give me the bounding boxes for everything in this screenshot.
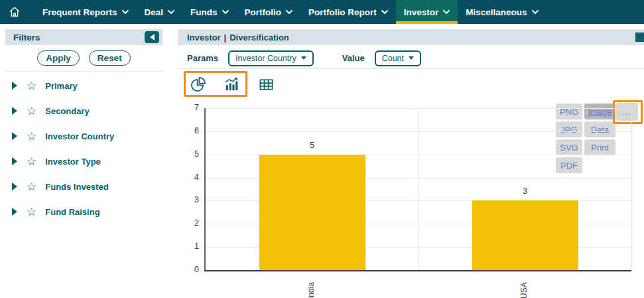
- view-toolbar: [178, 69, 644, 100]
- filters-header: Filters: [5, 29, 162, 45]
- y-axis-line: [204, 108, 206, 271]
- reset-button[interactable]: Reset: [89, 50, 131, 66]
- chevron-down-icon: [286, 10, 292, 14]
- filter-list: ☆Primary☆Secondary☆Investor Country☆Inve…: [5, 73, 162, 224]
- filter-item-label: Primary: [45, 81, 77, 91]
- params-dropdown[interactable]: Investor Country: [228, 50, 314, 66]
- caret-right-icon[interactable]: [12, 107, 17, 115]
- filter-item-label: Secondary: [45, 106, 89, 116]
- x-axis-category-label: USA: [519, 275, 531, 298]
- y-axis-tick-label: 1: [178, 242, 199, 251]
- nav-item-label: Investor: [404, 7, 439, 17]
- home-icon: [8, 5, 21, 19]
- nav-item-label: Funds: [190, 7, 218, 17]
- nav-item-deal[interactable]: Deal: [137, 0, 183, 24]
- vertical-gridline: [631, 108, 632, 270]
- export-print-button[interactable]: Print: [584, 139, 615, 155]
- chevron-down-icon: [532, 10, 539, 14]
- sidebar-item-investor-type[interactable]: ☆Investor Type: [5, 149, 162, 174]
- nav-item-miscellaneous[interactable]: Miscellaneous: [458, 0, 546, 24]
- sidebar-item-primary[interactable]: ☆Primary: [5, 73, 162, 98]
- sidebar-item-fund-raising[interactable]: ☆Fund Raising: [5, 199, 162, 224]
- nav-item-label: Frequent Reports: [42, 7, 117, 17]
- export-svg-button[interactable]: SVG: [556, 139, 582, 155]
- filters-title: Filters: [13, 33, 40, 42]
- vertical-gridline: [419, 108, 419, 270]
- nav-item-portfolio-report[interactable]: Portfolio Report: [300, 0, 396, 24]
- breadcrumb-corner-button[interactable]: [635, 33, 644, 42]
- chevron-down-icon: [381, 10, 388, 14]
- bar-value-label: 3: [499, 186, 552, 196]
- star-icon[interactable]: ☆: [27, 106, 36, 117]
- y-axis-tick-label: 2: [178, 218, 199, 228]
- export-menu: PNGImageJPGDataSVGPrintPDF: [556, 104, 615, 173]
- chevron-down-icon: [168, 10, 174, 14]
- collapse-panel-button[interactable]: [145, 31, 159, 43]
- star-icon[interactable]: ☆: [27, 131, 36, 142]
- y-axis-tick-label: 3: [178, 195, 199, 204]
- breadcrumb: Investor | Diversification: [178, 29, 644, 45]
- star-icon[interactable]: ☆: [27, 80, 36, 92]
- sidebar-item-investor-country[interactable]: ☆Investor Country: [5, 123, 162, 149]
- star-icon[interactable]: ☆: [27, 206, 36, 218]
- main-content: Investor | Diversification Params Invest…: [178, 29, 644, 298]
- export-data-button[interactable]: Data: [584, 121, 615, 137]
- bar-usa[interactable]: [472, 200, 578, 270]
- nav-item-label: Portfolio Report: [308, 7, 377, 17]
- table-view-button[interactable]: [257, 75, 275, 94]
- star-icon[interactable]: ☆: [27, 156, 36, 167]
- nav-item-frequent-reports[interactable]: Frequent Reports: [34, 0, 137, 24]
- chevron-down-icon: [443, 10, 450, 14]
- export-menu-trigger[interactable]: ...: [616, 103, 638, 121]
- value-dropdown-value: Count: [382, 54, 404, 63]
- caret-right-icon[interactable]: [12, 82, 17, 90]
- bar-value-label: 5: [286, 140, 339, 150]
- bar-chart-view-button[interactable]: [222, 75, 241, 94]
- caret-right-icon[interactable]: [12, 183, 17, 190]
- export-jpg-button[interactable]: JPG: [556, 121, 582, 137]
- app-root: Frequent ReportsDealFundsPortfolioPortfo…: [0, 0, 644, 298]
- y-axis-tick-label: 0: [178, 265, 199, 274]
- filter-actions: Apply Reset: [5, 45, 162, 72]
- filter-item-label: Investor Type: [45, 157, 101, 167]
- export-pdf-button[interactable]: PDF: [556, 157, 582, 173]
- chevron-down-icon: [301, 56, 306, 60]
- sidebar-item-secondary[interactable]: ☆Secondary: [5, 98, 162, 123]
- top-nav: Frequent ReportsDealFundsPortfolioPortfo…: [0, 0, 644, 24]
- params-dropdown-value: Investor Country: [235, 54, 296, 63]
- chart-area: PNGImageJPGDataSVGPrintPDF ... 012345675…: [178, 100, 644, 298]
- export-png-button[interactable]: PNG: [556, 104, 582, 119]
- nav-item-label: Portfolio: [245, 7, 282, 17]
- export-image-button[interactable]: Image: [584, 104, 615, 119]
- bar-india[interactable]: [259, 155, 365, 270]
- breadcrumb-section: Investor: [187, 33, 221, 42]
- chevron-down-icon: [122, 10, 129, 14]
- nav-item-investor[interactable]: Investor: [396, 0, 458, 24]
- collapse-left-icon: [150, 34, 155, 40]
- y-axis-tick-label: 5: [178, 149, 199, 159]
- x-axis-line: [204, 270, 631, 271]
- params-row: Params Investor Country Value Count: [178, 48, 644, 69]
- pie-chart-view-button[interactable]: [189, 75, 208, 94]
- value-dropdown[interactable]: Count: [375, 50, 421, 66]
- filters-panel: Filters Apply Reset ☆Primary☆Secondary☆I…: [5, 29, 162, 295]
- sidebar-item-funds-invested[interactable]: ☆Funds Invested: [5, 174, 162, 199]
- filter-item-label: Funds Invested: [45, 182, 108, 192]
- nav-menu: Frequent ReportsDealFundsPortfolioPortfo…: [34, 0, 547, 24]
- y-axis-tick-label: 6: [178, 126, 199, 135]
- page-title: Diversification: [229, 33, 289, 42]
- params-label: Params: [187, 53, 218, 63]
- caret-right-icon[interactable]: [12, 157, 17, 165]
- table-icon: [258, 76, 275, 93]
- bar-chart-icon: [224, 76, 240, 93]
- nav-item-portfolio[interactable]: Portfolio: [237, 0, 301, 24]
- star-icon[interactable]: ☆: [27, 181, 36, 192]
- home-button[interactable]: [0, 0, 28, 24]
- caret-right-icon[interactable]: [12, 132, 17, 140]
- nav-item-label: Miscellaneous: [466, 7, 527, 17]
- nav-item-funds[interactable]: Funds: [182, 0, 237, 24]
- value-label: Value: [342, 53, 365, 63]
- apply-button[interactable]: Apply: [37, 50, 80, 66]
- y-axis-tick-label: 7: [178, 103, 199, 112]
- caret-right-icon[interactable]: [12, 208, 17, 216]
